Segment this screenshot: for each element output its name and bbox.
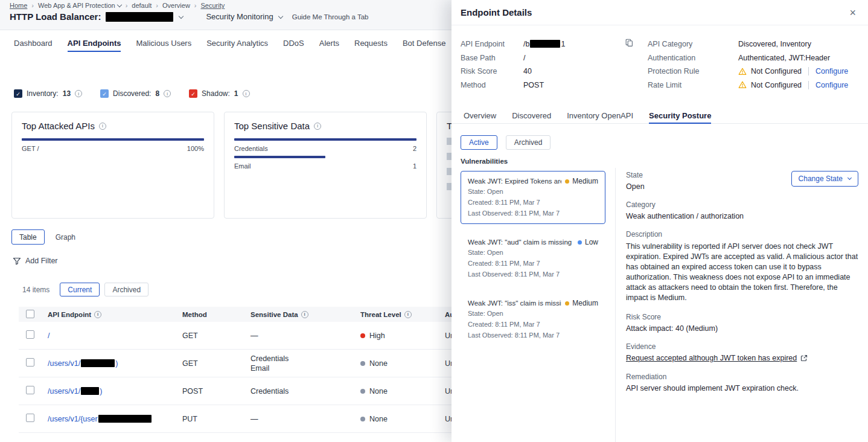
breadcrumb-separator-icon: [31, 2, 34, 9]
list-controls: 14 items Current Archived: [22, 283, 148, 296]
breadcrumb-namespace[interactable]: default: [132, 2, 152, 9]
legend-discovered[interactable]: Discovered: 8: [100, 89, 171, 98]
table-view-button[interactable]: Table: [11, 229, 45, 245]
shadow-checkbox[interactable]: [189, 89, 197, 98]
vulnerability-card[interactable]: Weak JWT: "iss" claim is missing (... Me…: [461, 293, 605, 346]
configure-protection-rule-link[interactable]: Configure: [815, 67, 848, 75]
inventory-checkbox[interactable]: [14, 89, 22, 98]
legend-shadow[interactable]: Shadow: 1: [189, 89, 249, 98]
lb-dropdown-chevron-icon[interactable]: [179, 13, 183, 18]
tab-ddos[interactable]: DDoS: [283, 30, 304, 56]
tab-malicious-users[interactable]: Malicious Users: [136, 30, 191, 56]
field-label: API Category: [648, 40, 738, 48]
endpoint-link[interactable]: /users/v1/): [48, 387, 102, 396]
breadcrumb-waap[interactable]: Web App & API Protection: [38, 2, 121, 9]
tab-security-analytics[interactable]: Security Analytics: [206, 30, 268, 56]
tab-inventory-openapi[interactable]: Inventory OpenAPI: [567, 107, 633, 123]
close-icon[interactable]: [849, 7, 856, 18]
active-filter-button[interactable]: Active: [461, 135, 497, 150]
bar-chart-bar: [234, 138, 416, 141]
legend-label: Discovered:: [113, 89, 151, 98]
evidence-link[interactable]: Request accepted although JWT token has …: [626, 354, 808, 362]
info-icon[interactable]: [243, 90, 250, 97]
legend-inventory[interactable]: Inventory: 13: [14, 89, 82, 98]
vulnerability-state: State: Open: [468, 309, 598, 318]
tab-dashboard[interactable]: Dashboard: [14, 30, 53, 56]
view-toggle: Table Graph: [11, 229, 80, 245]
threat-level-dot: [360, 417, 365, 421]
breadcrumb-separator-icon: [126, 2, 128, 9]
threat-level-label: None: [369, 359, 388, 368]
row-checkbox[interactable]: [26, 414, 34, 422]
endpoint-fields-left: API Endpoint /b1 Base Path / Risk Score …: [461, 37, 565, 92]
field-label: Risk Score: [461, 67, 523, 75]
bar-chart-bar: [22, 138, 204, 141]
breadcrumb-overview[interactable]: Overview: [162, 2, 190, 9]
info-icon[interactable]: [164, 90, 171, 97]
guide-me-link[interactable]: Guide Me Through a Tab: [292, 13, 369, 21]
legend-label: Shadow:: [202, 89, 230, 98]
select-all-checkbox[interactable]: [26, 310, 34, 318]
sensitive-data-cell: —: [251, 331, 360, 341]
remediation-label: Remediation: [626, 373, 858, 381]
copy-icon[interactable]: [625, 39, 633, 50]
bar-label: Credentials: [234, 145, 268, 152]
endpoint-fields-right: API Category Discovered, Inventory Authe…: [648, 37, 848, 92]
archived-filter-button[interactable]: Archived: [506, 135, 551, 150]
category-value: Weak authentication / authorization: [626, 212, 858, 220]
endpoint-link[interactable]: /: [48, 332, 49, 340]
info-icon[interactable]: [404, 311, 412, 318]
breadcrumb: Home Web App & API Protection default Ov…: [10, 2, 225, 9]
state-label: State: [626, 171, 645, 179]
severity-dot: [565, 301, 569, 306]
configure-rate-limit-link[interactable]: Configure: [815, 81, 848, 89]
monitoring-mode-dropdown[interactable]: Security Monitoring: [206, 12, 282, 21]
info-icon[interactable]: [94, 311, 101, 318]
row-checkbox[interactable]: [26, 358, 34, 367]
change-state-button[interactable]: Change State: [791, 171, 858, 187]
endpoint-link[interactable]: /users/v1/{user: [48, 415, 152, 423]
vulnerability-card[interactable]: Weak JWT: "aud" claim is missing ... Low…: [461, 232, 605, 285]
discovered-checkbox[interactable]: [100, 89, 109, 98]
vulnerability-card[interactable]: Weak JWT: Expired Tokens are Ac... Mediu…: [461, 171, 605, 224]
endpoint-details-panel: Endpoint Details API Endpoint /b1 Base P…: [452, 0, 868, 442]
info-icon[interactable]: [99, 123, 106, 130]
vulnerability-list: Weak JWT: Expired Tokens are Ac... Mediu…: [461, 171, 605, 354]
current-segment-button[interactable]: Current: [60, 283, 100, 296]
threat-level-label: None: [369, 387, 388, 396]
tab-overview[interactable]: Overview: [464, 107, 496, 123]
info-icon[interactable]: [301, 311, 308, 318]
remediation-text: API server should implement JWT expirati…: [626, 384, 858, 392]
info-icon[interactable]: [314, 123, 321, 130]
tab-discovered[interactable]: Discovered: [512, 107, 551, 123]
breadcrumb-separator-icon: [156, 2, 158, 9]
row-checkbox[interactable]: [26, 386, 34, 394]
chevron-down-icon: [116, 2, 121, 7]
add-filter-button[interactable]: Add Filter: [13, 257, 58, 265]
redacted-text: [81, 359, 115, 367]
threat-level-label: High: [369, 332, 385, 340]
endpoint-link[interactable]: /users/v1/): [48, 359, 118, 368]
column-header: Threat Level: [360, 311, 401, 318]
tab-security-posture[interactable]: Security Posture: [649, 107, 711, 123]
tab-api-endpoints[interactable]: API Endpoints: [68, 30, 121, 56]
tab-alerts[interactable]: Alerts: [319, 30, 339, 56]
row-checkbox[interactable]: [26, 330, 34, 339]
breadcrumb-security[interactable]: Security: [201, 2, 225, 9]
rate-limit-status: Not Configured: [751, 81, 802, 89]
vulnerability-title: Weak JWT: Expired Tokens are Ac...: [468, 178, 561, 185]
breadcrumb-home[interactable]: Home: [10, 2, 27, 9]
info-icon[interactable]: [75, 90, 82, 97]
breadcrumb-waap-link[interactable]: Web App & API Protection: [38, 2, 115, 9]
field-label: Protection Rule: [648, 67, 738, 75]
vulnerability-created: Created: 8:11 PM, Mar 7: [468, 258, 598, 268]
tab-bot-defense[interactable]: Bot Defense: [403, 30, 446, 56]
check-icon: [102, 89, 107, 98]
vulnerabilities-heading: Vulnerabilities: [461, 158, 508, 165]
tab-requests[interactable]: Requests: [354, 30, 388, 56]
page-header: HTTP Load Balancer: Security Monitoring …: [10, 11, 369, 22]
archived-segment-button[interactable]: Archived: [104, 283, 148, 296]
risk-score-value: 40: [523, 67, 532, 75]
graph-view-button[interactable]: Graph: [51, 229, 80, 245]
vulnerability-detail: State Open Change State Category Weak au…: [626, 171, 858, 392]
